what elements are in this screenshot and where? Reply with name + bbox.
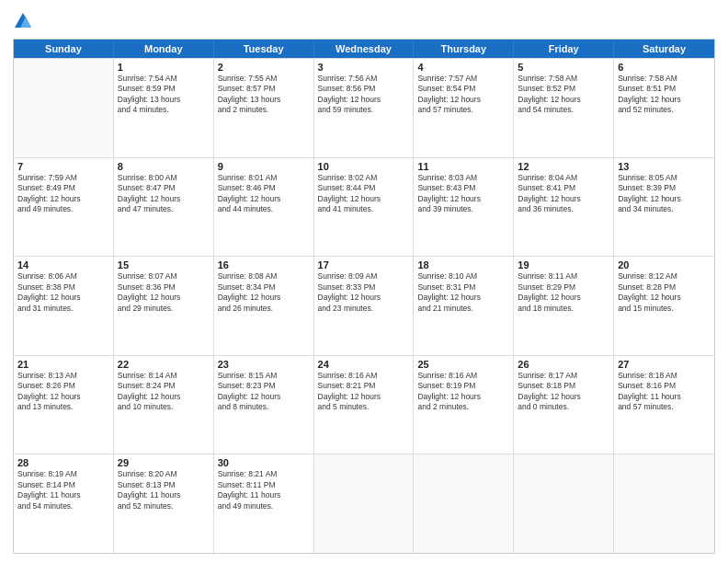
calendar-cell-26: 26Sunrise: 8:17 AM Sunset: 8:18 PM Dayli… <box>514 356 614 454</box>
cell-info: Sunrise: 8:04 AM Sunset: 8:41 PM Dayligh… <box>518 173 609 215</box>
cell-info: Sunrise: 8:12 AM Sunset: 8:28 PM Dayligh… <box>618 271 711 314</box>
cell-info: Sunrise: 7:56 AM Sunset: 8:56 PM Dayligh… <box>318 74 410 116</box>
calendar-row-1: 7Sunrise: 7:59 AM Sunset: 8:49 PM Daylig… <box>14 157 714 257</box>
logo-icon <box>13 11 33 31</box>
cell-info: Sunrise: 8:05 AM Sunset: 8:39 PM Dayligh… <box>618 173 711 215</box>
day-number: 7 <box>17 161 109 172</box>
calendar-row-3: 21Sunrise: 8:13 AM Sunset: 8:26 PM Dayli… <box>14 355 714 454</box>
day-number: 14 <box>17 259 109 270</box>
day-number: 19 <box>518 259 609 270</box>
weekday-header-wednesday: Wednesday <box>314 40 415 58</box>
calendar-cell-empty <box>414 454 514 553</box>
day-number: 25 <box>417 359 509 370</box>
day-number: 16 <box>218 259 310 270</box>
day-number: 12 <box>518 161 609 172</box>
day-number: 29 <box>118 457 210 468</box>
weekday-header-tuesday: Tuesday <box>214 40 314 58</box>
cell-info: Sunrise: 8:10 AM Sunset: 8:31 PM Dayligh… <box>417 271 509 314</box>
calendar-cell-empty <box>514 454 614 553</box>
calendar-body: 1Sunrise: 7:54 AM Sunset: 8:59 PM Daylig… <box>14 58 714 553</box>
cell-info: Sunrise: 8:02 AM Sunset: 8:44 PM Dayligh… <box>318 173 410 215</box>
cell-info: Sunrise: 8:21 AM Sunset: 8:11 PM Dayligh… <box>218 469 310 511</box>
calendar-cell-21: 21Sunrise: 8:13 AM Sunset: 8:26 PM Dayli… <box>14 356 114 454</box>
day-number: 30 <box>218 457 310 468</box>
calendar-header: SundayMondayTuesdayWednesdayThursdayFrid… <box>14 40 714 58</box>
day-number: 22 <box>118 359 210 370</box>
calendar-cell-16: 16Sunrise: 8:08 AM Sunset: 8:34 PM Dayli… <box>214 257 314 355</box>
cell-info: Sunrise: 8:06 AM Sunset: 8:38 PM Dayligh… <box>17 271 109 314</box>
weekday-header-sunday: Sunday <box>14 40 114 58</box>
cell-info: Sunrise: 8:18 AM Sunset: 8:16 PM Dayligh… <box>618 371 711 413</box>
cell-info: Sunrise: 8:20 AM Sunset: 8:13 PM Dayligh… <box>118 469 210 511</box>
day-number: 11 <box>417 161 509 172</box>
calendar-cell-27: 27Sunrise: 8:18 AM Sunset: 8:16 PM Dayli… <box>614 356 714 454</box>
calendar-cell-15: 15Sunrise: 8:07 AM Sunset: 8:36 PM Dayli… <box>114 257 214 355</box>
calendar-cell-empty <box>614 454 714 553</box>
day-number: 3 <box>318 62 410 73</box>
cell-info: Sunrise: 8:16 AM Sunset: 8:19 PM Dayligh… <box>417 371 509 413</box>
day-number: 10 <box>318 161 410 172</box>
calendar-row-0: 1Sunrise: 7:54 AM Sunset: 8:59 PM Daylig… <box>14 58 714 157</box>
calendar-cell-18: 18Sunrise: 8:10 AM Sunset: 8:31 PM Dayli… <box>414 257 514 355</box>
day-number: 2 <box>218 62 310 73</box>
day-number: 23 <box>218 359 310 370</box>
day-number: 20 <box>618 259 711 270</box>
calendar-cell-13: 13Sunrise: 8:05 AM Sunset: 8:39 PM Dayli… <box>614 158 714 257</box>
cell-info: Sunrise: 7:55 AM Sunset: 8:57 PM Dayligh… <box>218 74 310 116</box>
day-number: 27 <box>618 359 711 370</box>
day-number: 18 <box>417 259 509 270</box>
calendar-cell-1: 1Sunrise: 7:54 AM Sunset: 8:59 PM Daylig… <box>114 59 214 157</box>
cell-info: Sunrise: 8:01 AM Sunset: 8:46 PM Dayligh… <box>218 173 310 215</box>
cell-info: Sunrise: 8:07 AM Sunset: 8:36 PM Dayligh… <box>118 271 210 314</box>
cell-info: Sunrise: 8:11 AM Sunset: 8:29 PM Dayligh… <box>518 271 609 314</box>
day-number: 8 <box>118 161 210 172</box>
day-number: 5 <box>518 62 609 73</box>
weekday-header-friday: Friday <box>514 40 614 58</box>
cell-info: Sunrise: 7:57 AM Sunset: 8:54 PM Dayligh… <box>417 74 509 116</box>
calendar-cell-17: 17Sunrise: 8:09 AM Sunset: 8:33 PM Dayli… <box>314 257 415 355</box>
cell-info: Sunrise: 8:14 AM Sunset: 8:24 PM Dayligh… <box>118 371 210 413</box>
cell-info: Sunrise: 8:09 AM Sunset: 8:33 PM Dayligh… <box>318 271 410 314</box>
calendar-cell-11: 11Sunrise: 8:03 AM Sunset: 8:43 PM Dayli… <box>414 158 514 257</box>
calendar-row-4: 28Sunrise: 8:19 AM Sunset: 8:14 PM Dayli… <box>14 454 714 553</box>
weekday-header-saturday: Saturday <box>614 40 714 58</box>
cell-info: Sunrise: 8:17 AM Sunset: 8:18 PM Dayligh… <box>518 371 609 413</box>
calendar-cell-empty <box>14 59 114 157</box>
weekday-header-monday: Monday <box>114 40 214 58</box>
cell-info: Sunrise: 7:59 AM Sunset: 8:49 PM Dayligh… <box>17 173 109 215</box>
calendar-cell-25: 25Sunrise: 8:16 AM Sunset: 8:19 PM Dayli… <box>414 356 514 454</box>
cell-info: Sunrise: 7:54 AM Sunset: 8:59 PM Dayligh… <box>118 74 210 116</box>
calendar: SundayMondayTuesdayWednesdayThursdayFrid… <box>13 39 715 554</box>
calendar-cell-28: 28Sunrise: 8:19 AM Sunset: 8:14 PM Dayli… <box>14 454 114 553</box>
calendar-cell-22: 22Sunrise: 8:14 AM Sunset: 8:24 PM Dayli… <box>114 356 214 454</box>
calendar-cell-23: 23Sunrise: 8:15 AM Sunset: 8:23 PM Dayli… <box>214 356 314 454</box>
calendar-cell-19: 19Sunrise: 8:11 AM Sunset: 8:29 PM Dayli… <box>514 257 614 355</box>
day-number: 21 <box>17 359 109 370</box>
calendar-cell-20: 20Sunrise: 8:12 AM Sunset: 8:28 PM Dayli… <box>614 257 714 355</box>
page: SundayMondayTuesdayWednesdayThursdayFrid… <box>0 0 728 563</box>
day-number: 24 <box>318 359 410 370</box>
cell-info: Sunrise: 8:08 AM Sunset: 8:34 PM Dayligh… <box>218 271 310 314</box>
cell-info: Sunrise: 8:15 AM Sunset: 8:23 PM Dayligh… <box>218 371 310 413</box>
cell-info: Sunrise: 8:13 AM Sunset: 8:26 PM Dayligh… <box>17 371 109 413</box>
day-number: 17 <box>318 259 410 270</box>
calendar-cell-6: 6Sunrise: 7:58 AM Sunset: 8:51 PM Daylig… <box>614 59 714 157</box>
calendar-row-2: 14Sunrise: 8:06 AM Sunset: 8:38 PM Dayli… <box>14 256 714 355</box>
day-number: 9 <box>218 161 310 172</box>
day-number: 13 <box>618 161 711 172</box>
calendar-cell-7: 7Sunrise: 7:59 AM Sunset: 8:49 PM Daylig… <box>14 158 114 257</box>
calendar-cell-8: 8Sunrise: 8:00 AM Sunset: 8:47 PM Daylig… <box>114 158 214 257</box>
calendar-cell-12: 12Sunrise: 8:04 AM Sunset: 8:41 PM Dayli… <box>514 158 614 257</box>
cell-info: Sunrise: 8:19 AM Sunset: 8:14 PM Dayligh… <box>17 469 109 511</box>
calendar-cell-14: 14Sunrise: 8:06 AM Sunset: 8:38 PM Dayli… <box>14 257 114 355</box>
calendar-cell-9: 9Sunrise: 8:01 AM Sunset: 8:46 PM Daylig… <box>214 158 314 257</box>
calendar-cell-empty <box>314 454 415 553</box>
day-number: 4 <box>417 62 509 73</box>
cell-info: Sunrise: 8:00 AM Sunset: 8:47 PM Dayligh… <box>118 173 210 215</box>
calendar-cell-3: 3Sunrise: 7:56 AM Sunset: 8:56 PM Daylig… <box>314 59 415 157</box>
calendar-cell-29: 29Sunrise: 8:20 AM Sunset: 8:13 PM Dayli… <box>114 454 214 553</box>
logo <box>13 11 37 31</box>
cell-info: Sunrise: 8:03 AM Sunset: 8:43 PM Dayligh… <box>417 173 509 215</box>
calendar-cell-30: 30Sunrise: 8:21 AM Sunset: 8:11 PM Dayli… <box>214 454 314 553</box>
calendar-cell-4: 4Sunrise: 7:57 AM Sunset: 8:54 PM Daylig… <box>414 59 514 157</box>
